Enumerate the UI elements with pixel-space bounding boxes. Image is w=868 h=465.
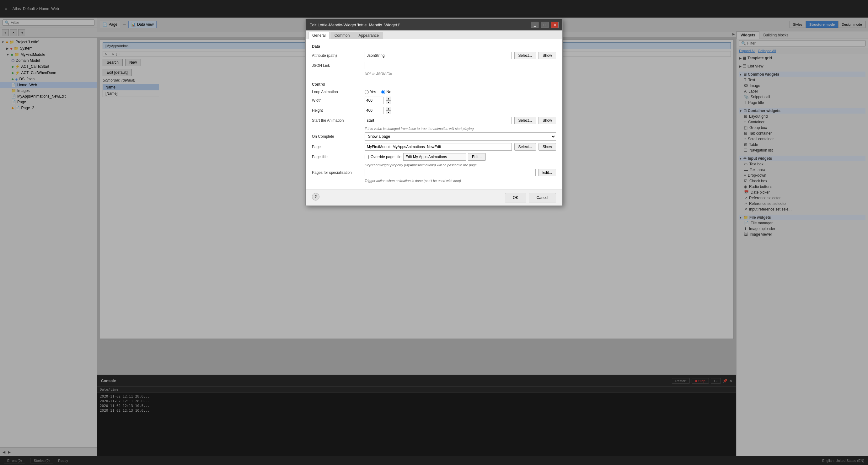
loop-yes-label: Yes xyxy=(370,90,376,94)
override-input[interactable] xyxy=(403,153,466,161)
height-input[interactable] xyxy=(365,107,383,114)
height-label: Height xyxy=(312,108,362,113)
start-animation-input[interactable] xyxy=(365,117,512,124)
on-complete-select[interactable]: Show a page xyxy=(365,132,556,141)
ide-container: ≡ Atlas_Default > Home_Web 🔍 + × ⇔ ▼ xyxy=(0,0,868,465)
modal-close-btn[interactable]: ✕ xyxy=(551,22,559,28)
form-row-page: Page Select... Show xyxy=(312,143,556,151)
modal-title: Edit Lottie-Mendix-Widget 'lottie_Mendix… xyxy=(309,23,400,27)
loop-animation-label: Loop Animation xyxy=(312,90,362,94)
modal-body: Data Attribute (path) Select... Show JSO… xyxy=(306,39,562,189)
attribute-show-btn[interactable]: Show xyxy=(538,52,556,59)
form-row-width: Width ▲ ▼ xyxy=(312,97,556,104)
page-title-label: Page title xyxy=(312,155,362,159)
loop-no-radio[interactable] xyxy=(381,90,385,94)
loop-no-label: No xyxy=(386,90,391,94)
override-checkbox[interactable] xyxy=(365,155,369,159)
modal-tab-common[interactable]: Common xyxy=(331,32,354,39)
modal-minimize-btn[interactable]: _ xyxy=(531,22,538,28)
cancel-button[interactable]: Cancel xyxy=(529,193,556,203)
loop-yes-radio[interactable] xyxy=(365,90,369,94)
json-link-hint: URL to JSON File xyxy=(312,72,556,75)
height-spinner-arrows: ▲ ▼ xyxy=(386,107,391,114)
modal-titlebar: Edit Lottie-Mendix-Widget 'lottie_Mendix… xyxy=(306,19,562,30)
form-row-loop: Loop Animation Yes No xyxy=(312,90,556,94)
modal-tab-general[interactable]: General xyxy=(308,32,330,39)
page-show-btn[interactable]: Show xyxy=(538,143,556,151)
width-spinner-arrows: ▲ ▼ xyxy=(386,97,391,104)
modal-tabs: General Common Appearance xyxy=(306,30,562,39)
help-button[interactable]: ? xyxy=(312,193,319,200)
loop-no-option[interactable]: No xyxy=(381,90,391,94)
json-link-label: JSON Link xyxy=(312,63,362,68)
on-complete-label: On Complete xyxy=(312,134,362,139)
loop-yes-option[interactable]: Yes xyxy=(365,90,376,94)
form-row-start-animation: Start the Animation Select... Show xyxy=(312,117,556,124)
override-edit-btn[interactable]: Edit... xyxy=(468,153,486,161)
width-input[interactable] xyxy=(365,97,383,104)
modal-maximize-btn[interactable]: □ xyxy=(541,22,549,28)
pages-spec-edit-btn[interactable]: Edit... xyxy=(538,169,556,176)
width-up-arrow[interactable]: ▲ xyxy=(386,97,391,100)
start-animation-select-btn[interactable]: Select... xyxy=(514,117,536,124)
modal-overlay: Edit Lottie-Mendix-Widget 'lottie_Mendix… xyxy=(0,0,868,465)
modal-tab-appearance[interactable]: Appearance xyxy=(354,32,383,39)
start-animation-label: Start the Animation xyxy=(312,118,362,123)
form-row-pages-spec: Pages for specialization Edit... xyxy=(312,169,556,176)
ok-button[interactable]: OK xyxy=(505,193,526,203)
object-hint: Object of widget property (MyAppsAnimati… xyxy=(312,163,556,167)
modal-controls: _ □ ✕ xyxy=(531,22,559,28)
attribute-select-btn[interactable]: Select... xyxy=(514,52,536,59)
modal-footer: ? OK Cancel xyxy=(306,189,562,206)
width-label: Width xyxy=(312,98,362,102)
page-input[interactable] xyxy=(365,143,512,151)
page-select-btn[interactable]: Select... xyxy=(514,143,536,151)
section-label-data: Data xyxy=(312,44,556,49)
override-label: Override page title xyxy=(371,155,401,159)
attribute-label: Attribute (path) xyxy=(312,53,362,58)
trigger-hint: Trigger action when animation is done (c… xyxy=(312,179,556,183)
attribute-input[interactable] xyxy=(365,52,512,59)
loop-radio-group: Yes No xyxy=(365,90,391,94)
checkbox-row-override: Override page title Edit... xyxy=(365,153,486,161)
pages-spec-input[interactable] xyxy=(365,169,536,176)
modal-dialog: Edit Lottie-Mendix-Widget 'lottie_Mendix… xyxy=(305,19,563,206)
height-down-arrow[interactable]: ▼ xyxy=(386,111,391,114)
form-row-json-link: JSON Link xyxy=(312,62,556,69)
form-row-attribute: Attribute (path) Select... Show xyxy=(312,52,556,59)
pages-spec-label: Pages for specialization xyxy=(312,170,362,175)
start-animation-show-btn[interactable]: Show xyxy=(538,117,556,124)
form-row-on-complete: On Complete Show a page xyxy=(312,132,556,141)
start-animation-hint: If this value is changed from false to t… xyxy=(312,127,556,130)
section-label-control: Control xyxy=(312,82,556,87)
width-down-arrow[interactable]: ▼ xyxy=(386,100,391,104)
form-row-page-title: Page title Override page title Edit... xyxy=(312,153,556,161)
height-up-arrow[interactable]: ▲ xyxy=(386,107,391,111)
form-row-height: Height ▲ ▼ xyxy=(312,107,556,114)
json-link-input[interactable] xyxy=(365,62,556,69)
page-field-label: Page xyxy=(312,145,362,149)
